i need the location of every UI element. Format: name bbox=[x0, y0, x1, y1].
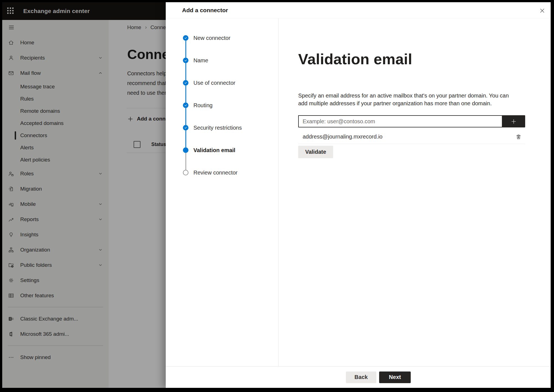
screenshot-frame: Exchange admin center Home Recipients bbox=[0, 0, 554, 392]
step-connector-line bbox=[185, 63, 186, 80]
step-description: Specify an email address for an active m… bbox=[298, 92, 517, 107]
validate-button[interactable]: Validate bbox=[298, 146, 333, 158]
panel-footer: Back Next bbox=[166, 366, 551, 388]
step-label: Validation email bbox=[193, 147, 235, 170]
check-icon bbox=[184, 59, 187, 62]
next-button[interactable]: Next bbox=[379, 371, 411, 383]
add-connector-panel: Add a connector New connector bbox=[166, 2, 551, 388]
step-circle bbox=[183, 103, 188, 108]
step-label: New connector bbox=[193, 35, 230, 58]
step-circle bbox=[183, 35, 188, 41]
step-label: Security restrictions bbox=[193, 125, 242, 147]
check-icon bbox=[184, 81, 187, 84]
close-button[interactable] bbox=[538, 6, 546, 15]
app-window: Exchange admin center Home Recipients bbox=[2, 2, 551, 388]
back-button[interactable]: Back bbox=[346, 371, 376, 383]
trash-icon bbox=[515, 134, 522, 140]
delete-email-button[interactable] bbox=[514, 132, 523, 141]
wizard-step-routing[interactable]: Routing bbox=[183, 103, 242, 125]
step-label: Name bbox=[193, 58, 208, 80]
email-input-row bbox=[298, 115, 525, 127]
wizard-steps: New connector Name bbox=[183, 35, 242, 176]
step-connector-line bbox=[185, 153, 186, 170]
step-circle bbox=[183, 125, 188, 130]
step-circle bbox=[183, 170, 188, 175]
panel-header: Add a connector bbox=[166, 2, 551, 18]
email-address: address@journaling.mxrecord.io bbox=[303, 134, 382, 140]
step-content: Validation email Specify an email addres… bbox=[279, 18, 551, 366]
step-label: Use of connector bbox=[193, 80, 235, 103]
email-input[interactable] bbox=[298, 115, 502, 127]
step-circle bbox=[183, 58, 188, 63]
plus-icon bbox=[510, 118, 517, 125]
check-icon bbox=[184, 104, 187, 107]
step-connector-line bbox=[185, 41, 186, 58]
step-connector-line bbox=[185, 130, 186, 147]
step-label: Routing bbox=[193, 103, 213, 125]
panel-title: Add a connector bbox=[182, 7, 228, 14]
step-circle bbox=[183, 80, 188, 86]
add-email-button[interactable] bbox=[502, 115, 525, 127]
wizard-step-review-connector[interactable]: Review connector bbox=[183, 170, 242, 176]
step-circle bbox=[183, 147, 188, 153]
wizard-step-name[interactable]: Name bbox=[183, 58, 242, 80]
check-icon bbox=[184, 36, 187, 40]
email-address-row: address@journaling.mxrecord.io bbox=[298, 130, 525, 144]
wizard-step-security-restrictions[interactable]: Security restrictions bbox=[183, 125, 242, 147]
step-connector-line bbox=[185, 108, 186, 125]
close-icon bbox=[539, 7, 545, 14]
step-heading: Validation email bbox=[298, 50, 551, 68]
wizard-step-validation-email[interactable]: Validation email bbox=[183, 147, 242, 170]
step-label: Review connector bbox=[193, 170, 238, 176]
wizard-step-use-of-connector[interactable]: Use of connector bbox=[183, 80, 242, 103]
wizard-step-new-connector[interactable]: New connector bbox=[183, 35, 242, 58]
wizard-steps-column: New connector Name bbox=[166, 18, 279, 366]
step-connector-line bbox=[185, 86, 186, 103]
check-icon bbox=[184, 126, 187, 129]
